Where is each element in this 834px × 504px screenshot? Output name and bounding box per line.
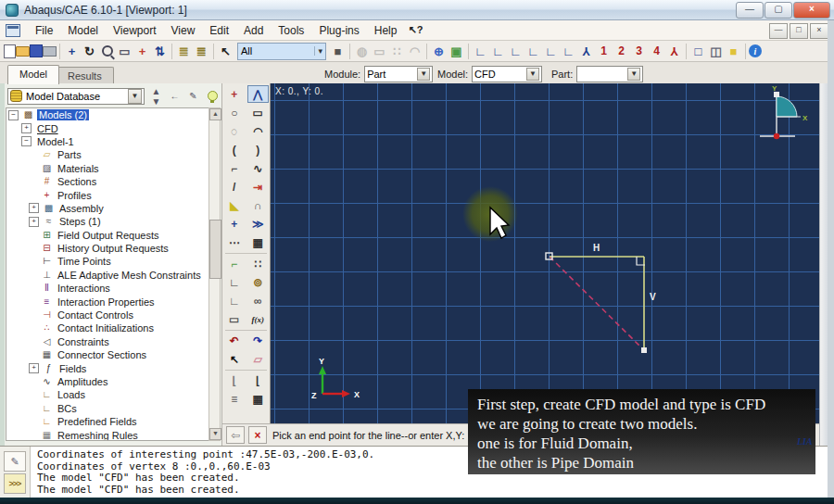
magnify-view-icon[interactable] [98,43,116,60]
hiddenline-render-icon[interactable]: ◫ [707,43,725,60]
shaded-render-icon[interactable]: ■ [725,43,742,60]
chevron-down-icon[interactable]: ▼ [417,68,430,81]
tree-item-amplitudes[interactable]: ∿Amplitudes [6,375,208,388]
open-file-icon[interactable] [16,46,30,57]
mdi-minimize-button[interactable]: — [769,23,788,39]
message-area-icon[interactable]: ✎ [4,451,26,472]
viewport-2-button[interactable]: 2 [613,43,630,60]
tree-collapse-button[interactable]: ← [168,91,182,101]
tree-item-constraints[interactable]: ◁Constraints [6,335,208,348]
tree-item-cfd[interactable]: +CFD [6,121,208,134]
sketch-parameter-tool[interactable]: f(x) [247,310,269,328]
print-icon[interactable] [43,46,57,57]
tree-spin-buttons[interactable]: ▲▼ [149,86,163,107]
chevron-down-icon[interactable]: ▼ [526,68,539,81]
save-icon[interactable] [30,44,43,57]
tree-item-field-output-requests[interactable]: ⊞Field Output Requests [6,229,208,242]
menu-add[interactable]: Add [236,22,271,39]
tree-item-assembly[interactable]: +▩Assembly [6,202,208,215]
view-left-icon[interactable]: ∟ [542,43,560,60]
zoom-box-icon[interactable]: ▭ [116,43,133,60]
menu-edit[interactable]: Edit [202,22,236,39]
tree-item-profiles[interactable]: +Profiles [6,188,208,201]
sketch-options-tool[interactable]: ⌐ [223,255,245,272]
viewport-canvas[interactable]: X: 0., Y: 0. H V Y X Y Z X [271,83,819,423]
tips-lightbulb-icon[interactable] [208,91,218,101]
mesh-globe-icon[interactable]: ⊕ [430,43,448,60]
menu-viewport[interactable]: Viewport [106,22,163,39]
prompt-cancel-button[interactable]: × [248,426,267,444]
view-front-icon[interactable]: ∟ [472,43,489,60]
sketch-customize-tool[interactable]: ≡ [223,390,245,408]
pan-view-icon[interactable]: + [63,43,81,60]
tree-item-steps-1-[interactable]: +≈Steps (1) [6,215,208,228]
sketch-rectangle-tool[interactable]: ▭ [247,104,269,121]
sketch-add-dimension-tool[interactable]: + [223,215,245,233]
chevron-down-icon[interactable]: ▾ [314,46,322,56]
corner-sketch-fan[interactable] [777,96,797,117]
sketch-arc-3points-tool[interactable]: ◠ [247,122,269,140]
selection-filter-combo[interactable]: All▾ [237,43,326,60]
viewport-1-button[interactable]: 1 [595,43,613,60]
tree-item-fields[interactable]: +ƒFields [6,361,208,374]
tree-item-remeshing-rules[interactable]: ▦Remeshing Rules [6,428,208,441]
module-combo[interactable]: Part ▼ [364,66,433,82]
sketch-offset-tool[interactable]: ◣ [223,196,245,214]
tab-model[interactable]: Model [7,65,59,84]
sketch-pattern-tool[interactable]: ▦ [247,233,269,251]
sketch-redo-button[interactable]: ↷ [247,332,269,349]
tree-item-time-points[interactable]: ⊢Time Points [6,255,208,268]
shaded-cube-icon[interactable]: ▣ [448,43,465,60]
cycle-views-icon[interactable]: ⇅ [151,43,169,60]
tree-item-contact-initializations[interactable]: ∴Contact Initializations [6,321,208,334]
tree-item-interaction-properties[interactable]: ≡Interaction Properties [6,295,208,308]
menu-view[interactable]: View [164,22,203,39]
tree-item-history-output-requests[interactable]: ⊟History Output Requests [6,242,208,255]
collapse-icon[interactable]: − [21,136,32,146]
sketch-select-tool[interactable]: ↖ [223,350,245,368]
sketch-point-tool[interactable]: + [223,85,245,103]
sketch-line-tool[interactable]: / [223,178,245,195]
collapse-icon[interactable]: − [8,110,19,120]
viewport-3-button[interactable]: 3 [630,43,648,60]
sketch-arc-center-tool[interactable]: ( [223,141,245,158]
rotate-view-icon[interactable]: ↻ [81,43,98,60]
view-bottom-icon[interactable]: ∟ [524,43,542,60]
tree-item-contact-controls[interactable]: ⊣Contact Controls [6,309,208,321]
kernel-cli-icon[interactable]: >>> [4,473,26,494]
display-options-ladder-icon[interactable]: ≣ [193,43,210,60]
sketch-ellipse-tool[interactable]: ◌ [223,122,245,140]
sketch-merge-tool[interactable]: ∟ [223,292,245,309]
new-file-icon[interactable] [4,44,16,58]
tab-results[interactable]: Results [56,67,114,84]
tree-item-connector-sections[interactable]: ▦Connector Sections [6,348,208,361]
sketch-trim-tool[interactable]: ∟ [223,273,245,291]
menu-file[interactable]: File [28,22,60,39]
tree-item-loads[interactable]: ∟Loads [6,388,208,401]
sketch-measure-tool[interactable]: ∞ [247,292,269,309]
mdi-close-button[interactable]: × [810,23,828,39]
sketch-construction-line-tool[interactable]: ⇥ [247,178,269,195]
sketch-delete-tool[interactable]: ▱ [247,350,269,368]
endpoint-marker[interactable] [641,347,647,353]
tree-item-sections[interactable]: #Sections [6,175,208,188]
tree-scrollbar[interactable]: ▲ ▼ [208,107,221,441]
window-minimize-button[interactable]: — [736,2,764,19]
expand-icon[interactable]: + [29,217,39,227]
sketch-drag-tool[interactable]: ▭ [223,310,245,328]
viewport-4-button[interactable]: 4 [648,43,665,60]
tree-item-model-1[interactable]: −Model-1 [6,135,208,148]
sketch-constraint-tool[interactable]: ⊚ [247,273,269,291]
menu-plugins[interactable]: Plug-ins [311,22,366,39]
scroll-down-icon[interactable]: ▼ [209,428,221,440]
sketch-lines-tool[interactable]: ⋀ [247,85,269,103]
sketch-reload-sketch-tool[interactable]: ⌊ [247,372,269,389]
tree-item-ale-adaptive-mesh-constraints[interactable]: ⊥ALE Adaptive Mesh Constraints [6,269,208,282]
sketch-undo-button[interactable]: ↶ [223,332,245,349]
sketch-project-edges-tool[interactable]: ∩ [247,196,269,214]
window-maximize-button[interactable]: ▢ [764,2,792,19]
expand-icon[interactable]: + [29,363,39,373]
scroll-up-icon[interactable]: ▲ [209,108,221,120]
viewport-mdi-icon[interactable] [6,24,20,37]
part-combo[interactable]: ▼ [576,66,643,82]
